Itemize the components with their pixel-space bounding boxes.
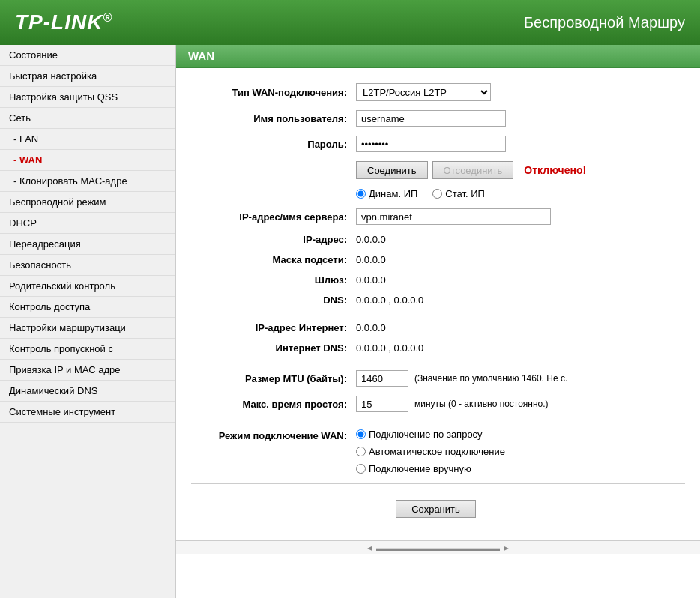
save-row: Сохранить (191, 492, 685, 525)
wan-type-select[interactable]: L2TP/Россия L2TP PPPoE/Россия PPPoE PPTP… (356, 83, 491, 101)
sidebar: Состояние Быстрая настройка Настройка за… (0, 45, 176, 598)
wan-type-label: Тип WAN-подключения: (191, 87, 356, 98)
password-input[interactable] (356, 136, 506, 152)
divider (191, 483, 685, 484)
static-ip-label: Стат. ИП (445, 188, 485, 199)
dns-row: DNS: 0.0.0.0 , 0.0.0.0 (191, 295, 685, 306)
connect-row: Соединить Отсоединить Отключено! (191, 161, 685, 179)
wan-mode-row: Режим подключение WAN: Подключение по за… (191, 429, 685, 474)
server-input[interactable] (356, 208, 551, 225)
main-content: WAN Тип WAN-подключения: L2TP/Россия L2T… (176, 45, 700, 598)
ip-label: IP-адрес: (191, 234, 356, 245)
dynamic-ip-radio[interactable] (356, 189, 366, 199)
internet-ip-row: IP-адрес Интернет: 0.0.0.0 (191, 322, 685, 333)
sidebar-item-ddns[interactable]: Динамический DNS (0, 381, 175, 402)
dns-value: 0.0.0.0 , 0.0.0.0 (356, 295, 423, 306)
layout: Состояние Быстрая настройка Настройка за… (0, 45, 700, 598)
server-label: IP-адрес/имя сервера: (191, 211, 356, 223)
mode-auto[interactable]: Автоматическое подключение (356, 446, 505, 457)
wan-mode-group: Подключение по запросу Автоматическое по… (356, 429, 505, 474)
subnet-row: Маска подсети: 0.0.0.0 (191, 254, 685, 265)
ip-row: IP-адрес: 0.0.0.0 (191, 234, 685, 245)
sidebar-item-status[interactable]: Состояние (0, 45, 175, 66)
wan-type-row: Тип WAN-подключения: L2TP/Россия L2TP PP… (191, 83, 685, 101)
ip-value: 0.0.0.0 (356, 234, 386, 245)
wan-mode-label: Режим подключение WAN: (191, 429, 356, 441)
idle-note: минуты (0 - активно постоянно.) (414, 399, 549, 409)
logo: TP-LINK® (15, 10, 112, 34)
ip-mode-group: Динам. ИП Стат. ИП (356, 188, 485, 199)
sidebar-item-ip-mac[interactable]: Привязка IP и МАС адре (0, 360, 175, 381)
password-label: Пароль: (191, 139, 356, 150)
sidebar-item-quick-setup[interactable]: Быстрая настройка (0, 66, 175, 87)
idle-row: Макс. время простоя: минуты (0 - активно… (191, 396, 685, 412)
idle-input[interactable] (356, 396, 408, 412)
dynamic-ip-option[interactable]: Динам. ИП (356, 188, 417, 199)
static-ip-radio[interactable] (432, 189, 442, 199)
internet-dns-label: Интернет DNS: (191, 342, 356, 354)
header-title: Беспроводной Маршру (524, 14, 685, 31)
mtu-label: Размер MTU (байты): (191, 373, 356, 384)
gateway-value: 0.0.0.0 (356, 274, 386, 286)
sidebar-item-security[interactable]: Безопасность (0, 255, 175, 276)
sidebar-item-wireless[interactable]: Беспроводной режим (0, 192, 175, 213)
mode-on-demand[interactable]: Подключение по запросу (356, 429, 505, 440)
header: TP-LINK® Беспроводной Маршру (0, 0, 700, 45)
mode-manual-radio[interactable] (356, 464, 366, 474)
mtu-input[interactable] (356, 370, 408, 387)
username-label: Имя пользователя: (191, 113, 356, 124)
internet-dns-row: Интернет DNS: 0.0.0.0 , 0.0.0.0 (191, 342, 685, 354)
idle-label: Макс. время простоя: (191, 399, 356, 410)
sidebar-item-mac-clone[interactable]: - Клонировать МАС-адре (0, 171, 175, 192)
save-button[interactable]: Сохранить (396, 500, 476, 518)
sidebar-item-routing[interactable]: Настройки маршрутизаци (0, 318, 175, 339)
password-row: Пароль: (191, 136, 685, 152)
scrollbar[interactable]: ◄ ▬▬▬▬▬▬▬▬▬▬▬▬▬▬▬ ► (176, 540, 700, 554)
gateway-row: Шлюз: 0.0.0.0 (191, 274, 685, 286)
mode-on-demand-label: Подключение по запросу (369, 429, 483, 440)
internet-ip-value: 0.0.0.0 (356, 322, 386, 333)
sidebar-item-wan[interactable]: - WAN (0, 150, 175, 171)
status-badge: Отключено! (524, 164, 586, 176)
mtu-note: (Значение по умолчанию 1460. Не с. (414, 373, 567, 384)
sidebar-item-bandwidth[interactable]: Контроль пропускной с (0, 339, 175, 360)
disconnect-button[interactable]: Отсоединить (432, 161, 514, 179)
server-row: IP-адрес/имя сервера: (191, 208, 685, 225)
internet-ip-label: IP-адрес Интернет: (191, 322, 356, 333)
sidebar-item-dhcp[interactable]: DHCP (0, 213, 175, 234)
sidebar-item-tools[interactable]: Системные инструмент (0, 402, 175, 423)
sidebar-item-forwarding[interactable]: Переадресация (0, 234, 175, 255)
sidebar-item-qss[interactable]: Настройка защиты QSS (0, 87, 175, 108)
dns-label: DNS: (191, 295, 356, 306)
static-ip-option[interactable]: Стат. ИП (432, 188, 485, 199)
subnet-label: Маска подсети: (191, 254, 356, 265)
connect-button[interactable]: Соединить (356, 161, 428, 179)
dynamic-ip-label: Динам. ИП (369, 188, 417, 199)
sidebar-item-parental[interactable]: Родительский контроль (0, 276, 175, 297)
mode-auto-radio[interactable] (356, 447, 366, 456)
gateway-label: Шлюз: (191, 274, 356, 286)
mode-manual-label: Подключение вручную (369, 463, 471, 474)
mtu-row: Размер MTU (байты): (Значение по умолчан… (191, 370, 685, 387)
sidebar-item-access[interactable]: Контроль доступа (0, 297, 175, 318)
mode-on-demand-radio[interactable] (356, 429, 366, 439)
username-input[interactable] (356, 110, 506, 127)
sidebar-item-lan[interactable]: - LAN (0, 129, 175, 150)
subnet-value: 0.0.0.0 (356, 254, 386, 265)
ip-mode-row: Динам. ИП Стат. ИП (191, 188, 685, 199)
mode-manual[interactable]: Подключение вручную (356, 463, 505, 474)
sidebar-item-network[interactable]: Сеть (0, 108, 175, 129)
form-content: Тип WAN-подключения: L2TP/Россия L2TP PP… (176, 68, 700, 540)
internet-dns-value: 0.0.0.0 , 0.0.0.0 (356, 342, 423, 354)
page-title: WAN (176, 45, 700, 68)
username-row: Имя пользователя: (191, 110, 685, 127)
mode-auto-label: Автоматическое подключение (369, 446, 505, 457)
